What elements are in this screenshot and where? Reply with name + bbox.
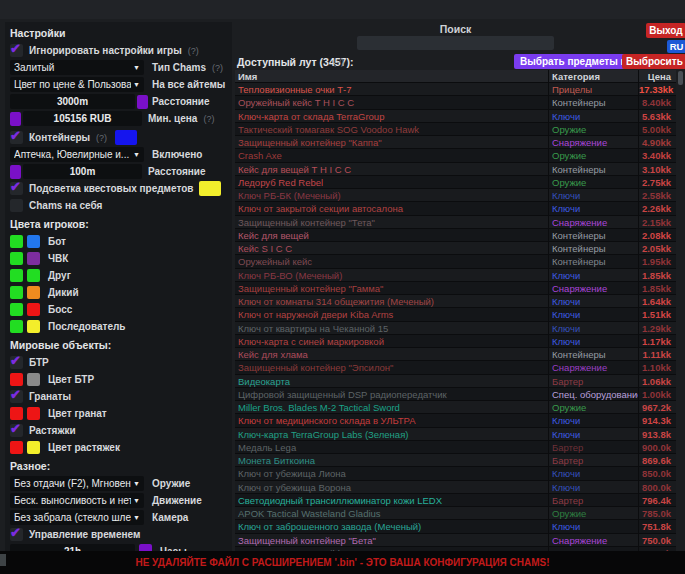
color-swatch-1[interactable] xyxy=(10,373,23,386)
containers-checkbox[interactable]: ✔ xyxy=(10,131,23,144)
table-row[interactable]: Оружейный кейс Т Н I С С Контейнеры 8.40… xyxy=(235,96,676,109)
table-row[interactable]: Медаль Lega Бартер 900.0k xyxy=(235,441,676,454)
exit-button[interactable]: Выход xyxy=(646,23,685,38)
table-row[interactable]: Кейс S I C C Контейнеры 2.05kk xyxy=(235,242,676,255)
checkbox[interactable]: ✔ xyxy=(10,390,23,403)
dropdown-select[interactable]: Беск. выносливость и нет уста ▼ xyxy=(10,493,144,508)
table-row[interactable]: Ключ-карта от склада TerraGroup Ключи 5.… xyxy=(235,110,676,123)
checkbox[interactable]: ✔ xyxy=(10,424,23,437)
help-hint[interactable]: (?) xyxy=(188,46,199,56)
table-row[interactable]: Светодиодный трансиллюминатор кожи LEDX … xyxy=(235,494,676,507)
table-row[interactable]: Видеокарта Бартер 1.06kk xyxy=(235,375,676,388)
quest-highlight-checkbox[interactable]: ✔ xyxy=(10,182,23,195)
checkbox[interactable]: ✔ xyxy=(10,356,23,369)
table-row[interactable]: Ключ от медицинского склада в УЛЬТРА Клю… xyxy=(235,414,676,427)
table-row[interactable]: Ключ от убежища Ворона Ключи 800.0k xyxy=(235,481,676,494)
help-hint[interactable]: (?) xyxy=(203,114,214,124)
hours-color-swatch[interactable] xyxy=(139,544,152,551)
color-swatch-1[interactable] xyxy=(10,286,23,299)
table-scrollbar[interactable] xyxy=(676,70,685,551)
min-price-color-swatch[interactable] xyxy=(10,112,21,126)
table-row[interactable]: Ключ от наружной двери Kiba Arms Ключи 1… xyxy=(235,308,676,321)
time-control-checkbox[interactable]: ✔ xyxy=(10,528,23,541)
item-price: 17.33kk xyxy=(638,83,676,96)
color-swatch-2[interactable] xyxy=(27,373,40,386)
table-row[interactable]: Crash Axe Оружие 3.40kk xyxy=(235,149,676,162)
color-swatch-1[interactable] xyxy=(10,441,23,454)
item-category: Бартер xyxy=(548,441,638,454)
color-swatch-1[interactable] xyxy=(10,320,23,333)
chams-self-checkbox[interactable] xyxy=(10,199,23,212)
color-swatch-2[interactable] xyxy=(27,235,40,248)
containers-filter-select[interactable]: Аптечка, Ювелирные и... ▼ xyxy=(10,147,144,162)
color-swatch-1[interactable] xyxy=(10,269,23,282)
column-header-category[interactable]: Категория xyxy=(548,70,638,82)
containers-distance-input[interactable] xyxy=(23,164,142,179)
item-category: Ключи xyxy=(548,481,638,494)
table-row[interactable]: Защищенный контейнер "Эпсилон" Снаряжени… xyxy=(235,361,676,374)
chams-type-select[interactable]: Залитый ▼ xyxy=(10,60,144,75)
table-row[interactable]: Ключ-карта TerraGroup Labs (Зеленая) Клю… xyxy=(235,428,676,441)
table-row[interactable]: Кейс для вещей Т Н I С С Контейнеры 3.10… xyxy=(235,163,676,176)
table-row[interactable]: Ключ от квартиры на Чеканной 15 Ключи 1.… xyxy=(235,322,676,335)
dropdown-select[interactable]: Без отдачи (F2), Мгновенное п ▼ xyxy=(10,476,144,491)
table-row[interactable]: Ключ от закрытой секции автосалона Ключи… xyxy=(235,202,676,215)
distance-color-swatch[interactable] xyxy=(137,95,148,109)
color-swatch-2[interactable] xyxy=(27,407,40,420)
containers-row: ✔ Контейнеры (?) xyxy=(10,130,227,145)
color-swatch-1[interactable] xyxy=(10,252,23,265)
table-row[interactable]: Тепловизионные очки Т-7 Прицелы 17.33kk xyxy=(235,83,676,96)
check-icon: ✔ xyxy=(10,353,21,368)
item-name: Кейс для вещей Т Н I С С xyxy=(235,163,548,176)
table-row[interactable]: Ключ от комнаты 314 общежития (Меченый) … xyxy=(235,295,676,308)
panel-resize-handle[interactable] xyxy=(0,554,6,566)
item-category: Снаряжение xyxy=(548,282,638,295)
containers-color-swatch[interactable] xyxy=(115,130,137,145)
table-row[interactable]: Кейс для хлама Контейнеры 1.11kk xyxy=(235,348,676,361)
color-swatch-2[interactable] xyxy=(27,441,40,454)
table-row[interactable]: Ключ РБ-БК (Меченый) Ключи 2.58kk xyxy=(235,189,676,202)
drop-all-button[interactable]: Выбросить все xyxy=(622,54,685,69)
color-swatch-2[interactable] xyxy=(27,252,40,265)
table-row[interactable]: Защищенный контейнер "Тета" Снаряжение 2… xyxy=(235,216,676,229)
color-swatch-1[interactable] xyxy=(10,303,23,316)
table-row[interactable]: Ключ от убежища Лиона Ключи 850.0k xyxy=(235,467,676,480)
color-swatch-2[interactable] xyxy=(27,286,40,299)
table-row[interactable]: Монета Биткоина Бартер 869.6k xyxy=(235,454,676,467)
color-mode-select[interactable]: Цвет по цене & Пользователь ▼ xyxy=(10,77,144,92)
column-header-price[interactable]: Цена xyxy=(638,70,676,82)
table-row[interactable]: Тактический томагавк SOG Voodoo Hawk Ору… xyxy=(235,123,676,136)
column-header-name[interactable]: Имя xyxy=(235,70,548,82)
ignore-game-settings-checkbox[interactable]: ✔ xyxy=(10,44,23,57)
containers-distance-color-swatch[interactable] xyxy=(10,165,21,179)
table-row[interactable]: Miller Bros. Blades M-2 Tactical Sword О… xyxy=(235,401,676,414)
table-row[interactable]: APOK Tactical Wasteland Gladius Оружие 7… xyxy=(235,507,676,520)
language-button[interactable]: RU xyxy=(667,40,685,53)
scrollbar-thumb[interactable] xyxy=(678,71,683,85)
table-row[interactable]: Защищенный контейнер "Гамма" Снаряжение … xyxy=(235,282,676,295)
hours-input[interactable] xyxy=(10,544,135,551)
table-row[interactable]: Защищенный контейнер "Каппа" Снаряжение … xyxy=(235,136,676,149)
help-hint[interactable]: (?) xyxy=(212,63,223,73)
dropdown-select[interactable]: Без забрала (стекло шлема) ▼ xyxy=(10,510,144,525)
table-row[interactable]: Ледоруб Red Rebel Оружие 2.75kk xyxy=(235,176,676,189)
table-row[interactable]: Ключ-карта с синей маркировкой Ключи 1.1… xyxy=(235,335,676,348)
help-hint[interactable]: (?) xyxy=(333,57,344,67)
help-hint[interactable]: (?) xyxy=(96,133,107,143)
min-price-input[interactable] xyxy=(23,111,142,126)
table-row[interactable]: Защищенный контейнер "Бета" Снаряжение 7… xyxy=(235,534,676,547)
item-price: 3.40kk xyxy=(638,149,676,162)
table-row[interactable]: Кейс для вещей Контейнеры 2.08kk xyxy=(235,229,676,242)
table-row[interactable]: Ключ от заброшенного завода (Меченый) Кл… xyxy=(235,520,676,533)
color-swatch-2[interactable] xyxy=(27,269,40,282)
color-swatch-2[interactable] xyxy=(27,320,40,333)
color-swatch-2[interactable] xyxy=(27,303,40,316)
table-row[interactable]: Ключ РБ-ВО (Меченый) Ключи 1.85kk xyxy=(235,269,676,282)
table-row[interactable]: Цифровой защищенный DSP радиопередатчик … xyxy=(235,388,676,401)
quest-highlight-color-swatch[interactable] xyxy=(199,181,221,196)
color-swatch-1[interactable] xyxy=(10,235,23,248)
distance-input[interactable] xyxy=(10,94,135,109)
table-row[interactable]: Оружейный кейс Контейнеры 1.95kk xyxy=(235,255,676,268)
search-input[interactable] xyxy=(357,36,554,50)
color-swatch-1[interactable] xyxy=(10,407,23,420)
